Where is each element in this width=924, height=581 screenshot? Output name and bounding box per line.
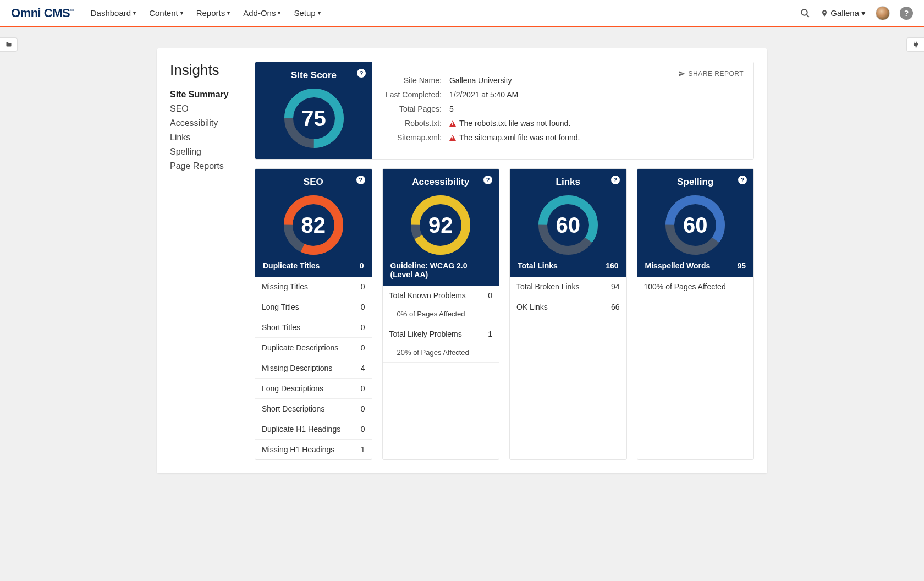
sidebar-item-site-summary[interactable]: Site Summary — [170, 87, 241, 102]
metric-row[interactable]: Long Titles0 — [255, 297, 372, 317]
metric-row-label: Missing H1 Headings — [262, 445, 334, 454]
metric-list: 100% of Pages Affected — [637, 277, 754, 297]
metric-summary: Total Links160 — [516, 261, 620, 270]
metric-title: Links — [516, 177, 620, 188]
metric-row-label: Long Titles — [262, 303, 299, 311]
metric-row[interactable]: Duplicate H1 Headings0 — [255, 419, 372, 440]
metric-summary: Misspelled Words95 — [644, 261, 747, 270]
site-name: Gallena — [831, 8, 859, 18]
metric-row-label: Total Known Problems — [389, 291, 466, 300]
nav-content[interactable]: Content ▾ — [149, 8, 183, 18]
metric-row-label: 100% of Pages Affected — [644, 282, 726, 291]
metric-donut: 82 — [280, 192, 346, 258]
avatar[interactable] — [876, 6, 890, 20]
metric-row[interactable]: Duplicate Descriptions0 — [255, 338, 372, 358]
chevron-down-icon: ▾ — [227, 10, 230, 16]
help-icon[interactable]: ? — [611, 176, 620, 184]
info-row: Sitemap.xml:The sitemap.xml file was not… — [386, 130, 580, 145]
topbar-right: Gallena ▾ ? — [800, 6, 913, 20]
folder-tab[interactable] — [0, 37, 18, 52]
share-report-button[interactable]: SHARE REPORT — [679, 70, 744, 78]
info-label: Total Pages: — [386, 102, 449, 116]
site-picker[interactable]: Gallena ▾ — [821, 8, 866, 18]
metric-list: Total Broken Links94OK Links66 — [510, 277, 626, 317]
sidebar-item-page-reports[interactable]: Page Reports — [170, 159, 241, 173]
metric-row[interactable]: Missing Descriptions4 — [255, 358, 372, 379]
sidebar-item-links[interactable]: Links — [170, 130, 241, 145]
help-icon[interactable]: ? — [738, 176, 747, 184]
site-score-value: 75 — [301, 106, 326, 131]
help-icon[interactable]: ? — [900, 7, 913, 20]
warning-icon — [449, 135, 456, 141]
metric-row-sub: 0% of Pages Affected — [383, 305, 499, 324]
metric-row[interactable]: 100% of Pages Affected — [637, 277, 754, 297]
share-report-label: SHARE REPORT — [689, 70, 744, 78]
metric-row[interactable]: Total Likely Problems1 — [383, 324, 499, 344]
metric-score: 82 — [301, 213, 326, 238]
metric-donut: 60 — [662, 192, 728, 258]
site-score-title: Site Score — [263, 70, 365, 81]
info-row: Last Completed:1/2/2021 at 5:40 AM — [386, 87, 580, 102]
metric-row[interactable]: Total Known Problems0 — [383, 286, 499, 305]
info-row: Total Pages:5 — [386, 102, 580, 116]
metric-summary-value: 160 — [606, 261, 618, 270]
nav-add-ons[interactable]: Add-Ons ▾ — [243, 8, 280, 18]
site-score-donut: 75 — [281, 85, 347, 151]
metric-row-value: 0 — [488, 291, 492, 300]
sidebar-item-spelling[interactable]: Spelling — [170, 145, 241, 159]
info-label: Robots.txt: — [386, 116, 449, 130]
page-title: Insights — [170, 62, 241, 79]
metric-head: SEO?82Duplicate Titles0 — [255, 169, 372, 277]
metric-list: Missing Titles0Long Titles0Short Titles0… — [255, 277, 372, 459]
info-row: Robots.txt:The robots.txt file was not f… — [386, 116, 580, 130]
nav-label: Content — [149, 8, 178, 18]
metric-summary-value: 95 — [737, 261, 746, 270]
metric-row-value: 94 — [611, 282, 620, 291]
info-label: Site Name: — [386, 73, 449, 87]
metric-title: Spelling — [644, 177, 747, 188]
metric-row-value: 66 — [611, 303, 620, 311]
metric-row[interactable]: Short Descriptions0 — [255, 399, 372, 419]
nav-setup[interactable]: Setup ▾ — [294, 8, 320, 18]
metric-row[interactable]: Total Broken Links94 — [510, 277, 626, 297]
metric-summary-label: Duplicate Titles — [263, 261, 320, 270]
logo: Omni CMS™ — [11, 6, 74, 20]
plug-tab[interactable] — [906, 37, 924, 52]
logo-text: Omni CMS — [11, 6, 70, 20]
metric-row-label: Short Titles — [262, 323, 300, 332]
metric-row[interactable]: Missing Titles0 — [255, 277, 372, 297]
metric-donut: 92 — [408, 192, 474, 258]
help-icon[interactable]: ? — [483, 176, 492, 184]
send-icon — [679, 70, 685, 77]
nav-dashboard[interactable]: Dashboard ▾ — [91, 8, 136, 18]
metric-row-value: 0 — [361, 303, 365, 311]
nav-label: Reports — [196, 8, 226, 18]
sidebar-item-seo[interactable]: SEO — [170, 102, 241, 116]
metric-row-label: Duplicate H1 Headings — [262, 425, 340, 434]
metric-row[interactable]: Missing H1 Headings1 — [255, 440, 372, 459]
sidebar-item-accessibility[interactable]: Accessibility — [170, 116, 241, 130]
location-icon — [821, 9, 828, 17]
metrics-grid: SEO?82Duplicate Titles0Missing Titles0Lo… — [255, 168, 754, 460]
site-score-row: Site Score ? 75 SHARE REPORT Site Name:G… — [255, 62, 754, 160]
metric-row[interactable]: Short Titles0 — [255, 317, 372, 338]
metric-row-label: Missing Descriptions — [262, 364, 332, 372]
site-info: SHARE REPORT Site Name:Gallena Universit… — [372, 62, 754, 159]
nav-reports[interactable]: Reports ▾ — [196, 8, 230, 18]
metric-summary-label: Misspelled Words — [645, 261, 711, 270]
metric-row-value: 0 — [361, 384, 365, 393]
metric-row-value: 4 — [361, 364, 365, 372]
nav-label: Add-Ons — [243, 8, 276, 18]
metric-row[interactable]: Long Descriptions0 — [255, 379, 372, 399]
metric-row-value: 0 — [361, 323, 365, 332]
site-score-card: Site Score ? 75 — [255, 62, 372, 159]
metric-row[interactable]: OK Links66 — [510, 297, 626, 317]
info-value: Gallena University — [449, 73, 580, 87]
search-icon[interactable] — [800, 8, 811, 19]
help-icon[interactable]: ? — [356, 176, 365, 184]
help-icon[interactable]: ? — [357, 69, 366, 78]
metric-score: 60 — [683, 213, 708, 238]
chevron-down-icon: ▾ — [278, 10, 280, 16]
info-row: Site Name:Gallena University — [386, 73, 580, 87]
metric-row-value: 0 — [361, 425, 365, 434]
